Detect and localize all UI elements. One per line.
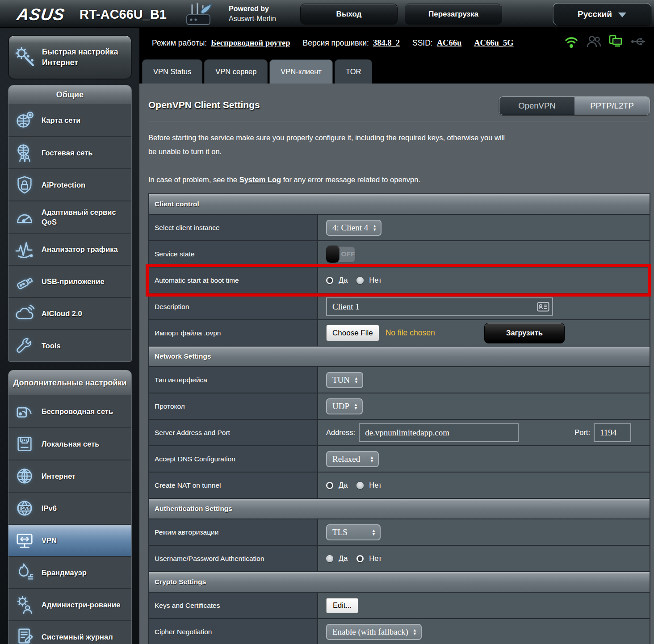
sidebar-item-aiprotection[interactable]: AiProtection <box>8 168 131 201</box>
operation-mode-label: Режим работы: <box>152 38 207 48</box>
usb-icon[interactable] <box>631 34 647 49</box>
tab-vpn-server[interactable]: VPN сервер <box>204 59 268 84</box>
usb-stick-icon <box>14 271 35 292</box>
row-cipher-negotiation: Cipher Negotiation Enable (with fallback… <box>149 619 650 644</box>
vpn-mode-segmented-control: OpenVPN PPTP/L2TP <box>499 96 650 115</box>
flame-icon <box>14 562 35 583</box>
sidebar-item-firewall[interactable]: Брандмауэр <box>8 556 131 588</box>
server-address-label: Server Address and Port <box>149 420 318 445</box>
auto-start-no-radio[interactable] <box>356 277 364 284</box>
top-banner: ASUS RT-AC66U_B1 Powered by Asuswrt-Merl… <box>0 0 654 28</box>
server-port-input[interactable]: 1194 <box>594 423 631 442</box>
chevron-down-icon <box>618 13 626 17</box>
row-create-nat: Create NAT on tunnel Да Нет <box>149 473 650 499</box>
firmware-label: Версия прошивки: <box>303 38 369 48</box>
interface-type-select[interactable]: TUN ▲▼ <box>326 372 363 388</box>
router-model: RT-AC66U_B1 <box>80 7 167 22</box>
automatic-start-radio-group: Да Нет <box>326 276 385 284</box>
upload-button[interactable]: Загрузить <box>484 323 565 343</box>
client-list-icon[interactable] <box>537 302 549 314</box>
section-crypto-settings: Crypto Settings <box>149 572 650 593</box>
cipher-negotiation-select[interactable]: Enable (with fallback) ▲▼ <box>326 624 422 640</box>
port-field-label: Port: <box>574 428 590 437</box>
sidebar-item-lan[interactable]: Локальная сеть <box>8 427 131 460</box>
gear-person-icon <box>14 594 35 615</box>
row-service-state: Service state OFF <box>149 241 650 268</box>
shield-lock-icon <box>14 175 35 195</box>
quick-setup-button[interactable]: Быстрая настройка Интернет <box>8 35 132 79</box>
logout-button[interactable]: Выход <box>300 4 398 25</box>
nat-yes-radio[interactable] <box>326 482 333 489</box>
wireless-icon <box>14 401 35 422</box>
row-select-client-instance: Select client instance 4: Client 4 ▲▼ <box>149 215 650 241</box>
userpass-yes-radio[interactable] <box>326 555 333 562</box>
service-state-toggle[interactable]: OFF <box>326 246 356 263</box>
sidebar-item-usb-application[interactable]: USB-приложение <box>8 265 131 297</box>
row-automatic-start: Automatic start at boot time Да Нет <box>149 268 650 294</box>
network-map-icon <box>14 110 35 130</box>
ethernet-port-icon <box>14 434 35 454</box>
ssid-24g-link[interactable]: AC66u <box>437 38 462 48</box>
auto-start-yes-radio[interactable] <box>326 277 333 284</box>
openvpn-mode-button[interactable]: OpenVPN <box>499 97 574 115</box>
section-authentication-settings: Authentication Settings <box>149 499 650 519</box>
devices-icon[interactable] <box>608 34 624 49</box>
ssid-5g-link[interactable]: AC66u_5G <box>474 38 513 48</box>
service-state-label: Service state <box>149 241 318 267</box>
wifi-icon[interactable] <box>564 34 579 49</box>
intro-text: Before starting the service make sure yo… <box>148 131 515 159</box>
row-interface-type: Тип интерфейса TUN ▲▼ <box>149 367 650 393</box>
sidebar-item-traffic-analyzer[interactable]: Анализатор трафика <box>8 233 131 265</box>
sidebar-item-qos[interactable]: Адаптивный сервис QoS <box>8 201 131 233</box>
tab-vpn-status[interactable]: VPN Status <box>142 59 202 84</box>
traffic-wave-icon <box>14 239 35 259</box>
nat-no-radio[interactable] <box>356 482 364 489</box>
quick-setup-label: Быстрая настройка Интернет <box>42 46 118 68</box>
reboot-button[interactable]: Перезагрузка <box>405 4 502 25</box>
wrench-icon <box>14 335 35 356</box>
auth-mode-select[interactable]: TLS ▲▼ <box>326 524 381 540</box>
sidebar-item-aicloud[interactable]: AiCloud 2.0 <box>8 297 131 329</box>
operation-mode-link[interactable]: Беспроводной роутер <box>211 38 290 48</box>
sidebar-item-network-map[interactable]: Карта сети <box>8 104 131 136</box>
sidebar-item-system-log[interactable]: Системный журнал <box>8 620 131 644</box>
create-nat-label: Create NAT on tunnel <box>149 473 318 498</box>
page-title: OpenVPN Client Settings <box>148 100 260 110</box>
accept-dns-select[interactable]: Relaxed ▲▼ <box>326 451 379 467</box>
title-divider <box>148 121 650 122</box>
sidebar-item-ipv6[interactable]: IPv6 IPv6 <box>8 492 131 524</box>
ssid-label: SSID: <box>412 38 433 48</box>
choose-file-button[interactable]: Choose File <box>326 325 379 341</box>
import-ovpn-label: Импорт файла .ovpn <box>149 320 318 346</box>
powered-by: Powered by Asuswrt-Merlin <box>229 4 276 24</box>
protocol-select[interactable]: UDP ▲▼ <box>326 398 363 414</box>
sidebar-item-vpn[interactable]: VPN <box>8 524 131 556</box>
sidebar: Быстрая настройка Интернет Общие Карта с… <box>8 35 132 644</box>
sidebar-item-guest-network[interactable]: Гостевая сеть <box>8 136 131 168</box>
note-text: In case of problem, see the System Log f… <box>148 176 420 184</box>
pptp-l2tp-mode-button[interactable]: PPTP/L2TP <box>574 97 650 115</box>
userpass-no-radio[interactable] <box>356 555 364 562</box>
tab-vpn-client[interactable]: VPN-клиент <box>269 59 333 84</box>
language-dropdown[interactable]: Русский <box>553 3 651 25</box>
row-accept-dns: Accept DNS Configuration Relaxed ▲▼ <box>149 446 650 473</box>
system-log-link[interactable]: System Log <box>239 176 281 184</box>
firmware-version-link[interactable]: 384.8_2 <box>373 38 400 48</box>
tab-tor[interactable]: TOR <box>335 59 373 84</box>
create-nat-radio-group: Да Нет <box>326 481 385 489</box>
server-address-input[interactable]: de.vpnunlimitedapp.com <box>359 423 519 442</box>
select-spinner-icon: ▲▼ <box>370 456 374 463</box>
clients-icon[interactable] <box>586 34 601 49</box>
accept-dns-label: Accept DNS Configuration <box>149 446 318 472</box>
select-spinner-icon: ▲▼ <box>373 224 377 231</box>
userpass-radio-group: Да Нет <box>326 554 385 563</box>
description-input[interactable]: Client 1 <box>326 297 553 316</box>
sidebar-item-wireless[interactable]: Беспроводная сеть <box>8 395 131 427</box>
client-instance-select[interactable]: 4: Client 4 ▲▼ <box>326 220 382 236</box>
row-import-ovpn: Импорт файла .ovpn Choose File No file c… <box>149 320 650 347</box>
sidebar-item-wan[interactable]: Интернет <box>8 460 131 492</box>
sidebar-item-tools[interactable]: Tools <box>8 329 131 361</box>
guest-network-icon <box>14 142 35 163</box>
edit-keys-button[interactable]: Edit... <box>326 598 358 613</box>
sidebar-item-administration[interactable]: Администри-рование <box>8 588 131 620</box>
